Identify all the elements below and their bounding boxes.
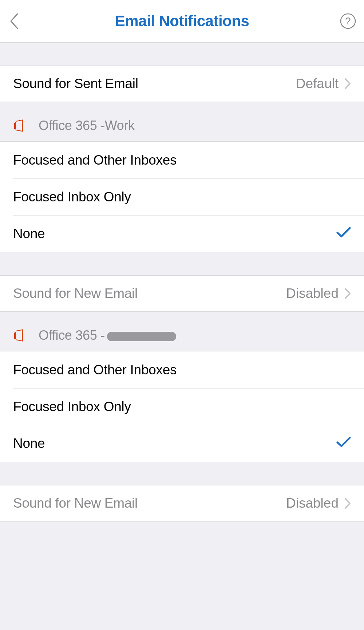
option-label: None (13, 436, 45, 451)
sound-new-value: Disabled (286, 496, 339, 511)
option-focused-1[interactable]: Focused Inbox Only (0, 178, 364, 215)
checkmark-icon (336, 436, 351, 451)
option-label: Focused Inbox Only (13, 399, 131, 414)
svg-text:?: ? (345, 16, 351, 27)
option-none-1[interactable]: None (0, 215, 364, 252)
sound-sent-row[interactable]: Sound for Sent Email Default (0, 66, 364, 102)
sound-sent-label: Sound for Sent Email (13, 76, 138, 91)
chevron-left-icon (9, 12, 19, 30)
back-button[interactable] (7, 12, 21, 30)
sound-new-label: Sound for New Email (13, 286, 138, 301)
gap (0, 462, 364, 485)
option-label: Focused Inbox Only (13, 189, 131, 205)
account-header-2: Office 365 - (0, 312, 364, 351)
help-icon: ? (340, 13, 356, 29)
sound-new-label: Sound for New Email (13, 496, 138, 511)
option-label: None (13, 226, 45, 241)
option-focused-2[interactable]: Focused Inbox Only (0, 388, 364, 425)
sound-sent-value: Default (296, 76, 339, 91)
chevron-right-icon (344, 497, 351, 509)
account-name-2: Office 365 - (39, 328, 176, 343)
option-label: Focused and Other Inboxes (13, 362, 177, 378)
sound-new-value: Disabled (286, 286, 339, 301)
account-name-1: Office 365 - Work (39, 118, 135, 133)
option-group-2: Focused and Other Inboxes Focused Inbox … (0, 351, 364, 462)
navbar: Email Notifications ? (0, 0, 364, 43)
option-both-1[interactable]: Focused and Other Inboxes (0, 142, 364, 178)
option-group-1: Focused and Other Inboxes Focused Inbox … (0, 142, 364, 252)
office-icon (13, 119, 27, 133)
option-both-2[interactable]: Focused and Other Inboxes (0, 351, 364, 388)
sound-new-row-1[interactable]: Sound for New Email Disabled (0, 275, 364, 312)
sound-new-row-2[interactable]: Sound for New Email Disabled (0, 485, 364, 521)
page-title: Email Notifications (0, 12, 364, 30)
chevron-right-icon (344, 288, 351, 299)
redacted-text (107, 332, 176, 341)
checkmark-icon (336, 226, 351, 241)
option-label: Focused and Other Inboxes (13, 153, 177, 168)
chevron-right-icon (344, 78, 351, 90)
spacer (0, 43, 364, 66)
option-none-2[interactable]: None (0, 425, 364, 462)
gap (0, 252, 364, 275)
account-header-1: Office 365 - Work (0, 102, 364, 142)
help-button[interactable]: ? (340, 13, 356, 29)
office-icon (13, 328, 27, 342)
